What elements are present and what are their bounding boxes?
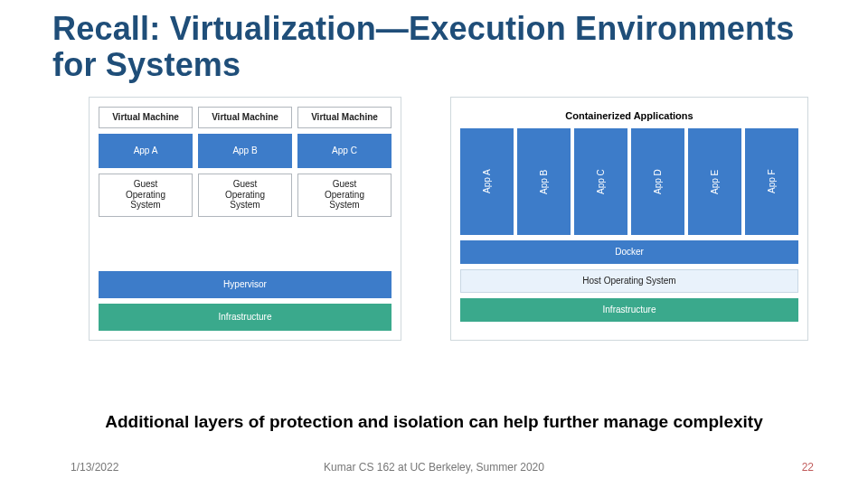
container-diagram: Containerized Applications App A App B A… — [450, 97, 808, 341]
infrastructure-layer: Infrastructure — [460, 298, 798, 322]
vm-app: App B — [198, 134, 292, 168]
container-app: App B — [517, 128, 571, 235]
container-apps-row: App A App B App C App D App E App F — [460, 128, 798, 235]
vm-column-b: Virtual Machine App B GuestOperatingSyst… — [198, 107, 292, 217]
container-app: App E — [688, 128, 741, 235]
vm-app: App C — [297, 134, 392, 168]
footer-center: Kumar CS 162 at UC Berkeley, Summer 2020 — [0, 461, 868, 474]
docker-layer: Docker — [460, 240, 798, 264]
hypervisor-layer: Hypervisor — [99, 271, 392, 298]
vm-diagram: Virtual Machine App A GuestOperatingSyst… — [89, 97, 401, 341]
slide-footer: 1/13/2022 Kumar CS 162 at UC Berkeley, S… — [0, 461, 868, 474]
vm-columns: Virtual Machine App A GuestOperatingSyst… — [99, 107, 392, 217]
infrastructure-layer: Infrastructure — [99, 304, 392, 331]
vm-guest-os: GuestOperatingSystem — [99, 174, 193, 217]
vm-guest-os: GuestOperatingSystem — [198, 174, 292, 217]
host-os-layer: Host Operating System — [460, 269, 798, 293]
container-app: App A — [460, 128, 514, 235]
vm-column-c: Virtual Machine App C GuestOperatingSyst… — [297, 107, 392, 217]
vm-header: Virtual Machine — [198, 107, 292, 128]
container-title: Containerized Applications — [460, 107, 798, 123]
vm-guest-os: GuestOperatingSystem — [297, 174, 392, 217]
slide-title: Recall: Virtualization—Execution Environ… — [52, 11, 816, 84]
slide-caption: Additional layers of protection and isol… — [0, 412, 868, 432]
container-app: App C — [574, 128, 627, 235]
container-app: App F — [745, 128, 798, 235]
vm-column-a: Virtual Machine App A GuestOperatingSyst… — [99, 107, 193, 217]
slide: Recall: Virtualization—Execution Environ… — [0, 0, 868, 488]
container-app: App D — [631, 128, 684, 235]
vm-app: App A — [99, 134, 193, 168]
figures-row: Virtual Machine App A GuestOperatingSyst… — [52, 97, 816, 341]
vm-header: Virtual Machine — [99, 107, 193, 128]
vm-header: Virtual Machine — [297, 107, 392, 128]
